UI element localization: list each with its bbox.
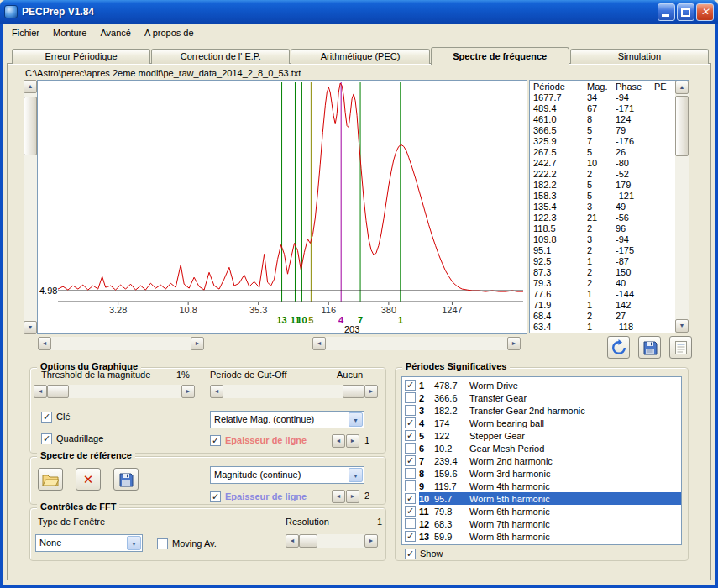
table-scroll-thumb[interactable]: [675, 96, 689, 156]
moving-av-checkbox[interactable]: Moving Av.: [157, 538, 217, 549]
slider-right-icon[interactable]: [181, 385, 195, 398]
period-checkbox-11[interactable]: [405, 506, 416, 517]
table-row[interactable]: 1677.734-94: [530, 92, 689, 103]
slider-right-icon[interactable]: [364, 385, 378, 398]
cutoff-slider[interactable]: [210, 385, 378, 398]
open-reference-button[interactable]: [38, 468, 63, 491]
period-item-13[interactable]: 1359.9Worm 8th harmonic: [402, 530, 681, 543]
period-checkbox-6[interactable]: [405, 443, 416, 454]
table-row[interactable]: 109.83-94: [530, 234, 689, 245]
table-row[interactable]: 87.32150: [530, 267, 689, 278]
table-row[interactable]: 79.3240: [530, 278, 689, 289]
table-row[interactable]: 158.35-121: [530, 191, 689, 202]
period-checkbox-5[interactable]: [405, 430, 416, 441]
reference-line-width-checkbox[interactable]: Epaisseur de ligne: [210, 491, 307, 502]
line-width-decrease-button[interactable]: [332, 434, 345, 448]
save-reference-button[interactable]: [113, 468, 139, 491]
reference-mode-dropdown[interactable]: Magnitude (continue): [210, 466, 364, 484]
table-scrollbar[interactable]: [675, 81, 689, 333]
tab-erreur-periodique[interactable]: Erreur Périodique: [12, 49, 150, 64]
table-row[interactable]: 68.4227: [530, 311, 689, 322]
chart-vertical-scrollbar[interactable]: [24, 80, 37, 334]
period-item-5[interactable]: 5122Stepper Gear: [402, 429, 681, 442]
slider-left-icon[interactable]: [210, 385, 223, 398]
period-item-4[interactable]: 4174Worm bearing ball: [402, 417, 681, 429]
slider-left-icon[interactable]: [34, 385, 47, 398]
period-checkbox-2[interactable]: [405, 392, 416, 403]
cle-checkbox[interactable]: Clé: [41, 411, 71, 423]
table-row[interactable]: 63.41-118: [530, 322, 689, 333]
period-checkbox-1[interactable]: [405, 380, 416, 391]
resolution-slider[interactable]: [286, 534, 378, 548]
table-row[interactable]: 118.5296: [530, 223, 689, 234]
table-row[interactable]: 267.5526: [530, 147, 689, 158]
scroll-up-icon[interactable]: [24, 80, 37, 93]
chevron-down-icon[interactable]: [349, 468, 363, 482]
line-width-checkbox[interactable]: Epaisseur de ligne: [210, 434, 307, 446]
period-item-6[interactable]: 610.2Gear Mesh Period: [402, 442, 681, 454]
period-item-7[interactable]: 7239.4Worm 2nd harmonic: [402, 454, 681, 467]
scroll-down-icon[interactable]: [24, 321, 37, 334]
table-row[interactable]: 325.97-176: [530, 136, 689, 147]
threshold-slider[interactable]: [34, 385, 195, 398]
report-button[interactable]: [669, 336, 692, 359]
table-row[interactable]: 92.51-87: [530, 256, 689, 267]
scroll-right-icon[interactable]: [191, 337, 204, 350]
tab-arithmetique-pec[interactable]: Arithmétique (PEC): [291, 49, 429, 64]
period-checkbox-13[interactable]: [405, 531, 416, 542]
menu-item-a-propos-de[interactable]: A propos de: [138, 25, 201, 40]
quadrillage-checkbox[interactable]: Quadrillage: [41, 433, 103, 444]
table-row[interactable]: 135.4349: [530, 202, 689, 213]
period-checkbox-12[interactable]: [405, 518, 416, 529]
table-row[interactable]: 222.22-52: [530, 169, 689, 180]
period-checkbox-3[interactable]: [405, 405, 416, 416]
save-data-button[interactable]: [638, 336, 661, 359]
table-row[interactable]: 489.467-171: [530, 103, 689, 114]
table-row[interactable]: 366.5579: [530, 125, 689, 136]
scroll-down-icon[interactable]: [675, 319, 689, 333]
slider-thumb[interactable]: [299, 534, 317, 548]
period-item-12[interactable]: 1268.3Worm 7th harmonic: [402, 517, 681, 530]
clear-reference-button[interactable]: [76, 468, 101, 491]
refresh-button[interactable]: [607, 336, 630, 359]
chart-hscrollbar-left[interactable]: [38, 337, 204, 350]
reference-line-width-increase-button[interactable]: [346, 490, 359, 503]
periods-list[interactable]: 1478.7Worm Drive2366.6Transfer Gear3182.…: [401, 376, 682, 545]
scroll-up-icon[interactable]: [675, 81, 689, 94]
period-checkbox-10[interactable]: [405, 493, 416, 504]
table-row[interactable]: 71.91142: [530, 300, 689, 311]
period-item-8[interactable]: 8159.6Worm 3rd harmonic: [402, 467, 681, 480]
table-row[interactable]: 182.25179: [530, 180, 689, 191]
period-item-9[interactable]: 9119.7Worm 4th harmonic: [402, 480, 681, 492]
scroll-right-icon[interactable]: [507, 337, 521, 350]
chevron-down-icon[interactable]: [349, 412, 363, 427]
slider-thumb[interactable]: [343, 385, 364, 398]
close-button[interactable]: [696, 3, 714, 21]
maximize-button[interactable]: [677, 3, 694, 21]
period-item-1[interactable]: 1478.7Worm Drive: [402, 379, 681, 391]
table-row[interactable]: 77.61-144: [530, 289, 689, 300]
window-type-dropdown[interactable]: None: [35, 534, 143, 552]
title-bar[interactable]: PECPrep V1.84: [0, 0, 718, 24]
table-row[interactable]: 122.321-56: [530, 213, 689, 223]
menu-item-avanc[interactable]: Avancé: [93, 25, 138, 40]
period-checkbox-7[interactable]: [405, 455, 416, 466]
period-item-11[interactable]: 1179.8Worm 6th harmonic: [402, 505, 681, 517]
show-checkbox[interactable]: Show: [405, 548, 443, 559]
period-checkbox-4[interactable]: [405, 417, 416, 428]
chart-area[interactable]: 13111054713.2810.835.311638012474.98203: [37, 80, 527, 334]
scroll-left-icon[interactable]: [312, 337, 326, 350]
scroll-left-icon[interactable]: [38, 337, 51, 350]
menu-item-fichier[interactable]: Fichier: [5, 25, 46, 40]
tab-correction-ep[interactable]: Correction de l' E.P.: [151, 49, 290, 64]
tab-spectre-frequence[interactable]: Spectre de fréquence: [431, 47, 569, 65]
table-row[interactable]: 461.08124: [530, 114, 689, 125]
line-width-increase-button[interactable]: [346, 434, 359, 448]
reference-line-width-decrease-button[interactable]: [332, 490, 345, 503]
chevron-down-icon[interactable]: [127, 536, 141, 550]
period-item-10[interactable]: 1095.7Worm 5th harmonic: [402, 492, 681, 505]
period-item-3[interactable]: 3182.2Transfer Gear 2nd harmonic: [402, 404, 681, 417]
menu-item-monture[interactable]: Monture: [46, 25, 93, 40]
period-item-2[interactable]: 2366.6Transfer Gear: [402, 391, 681, 404]
minimize-button[interactable]: [658, 3, 675, 21]
